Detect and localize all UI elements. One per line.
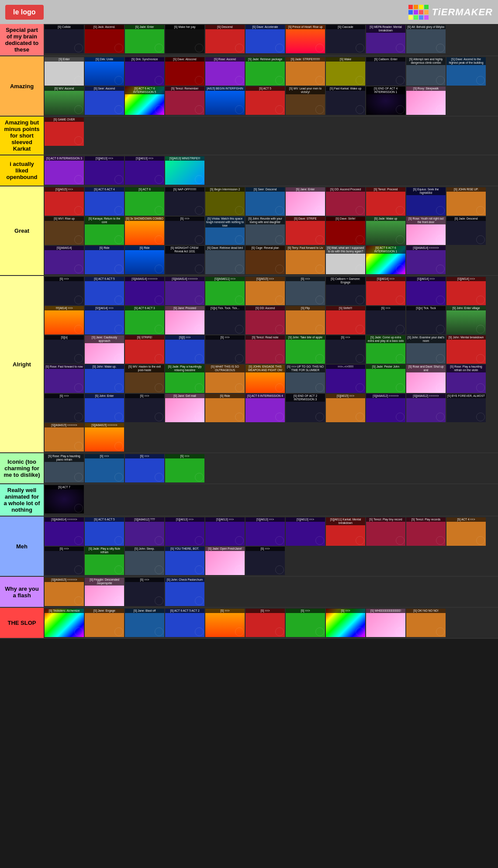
flash-item[interactable]: [S] John: Examine your dad's room xyxy=(406,335,446,364)
flash-item[interactable]: [S] Wake xyxy=(326,57,365,86)
flash-item[interactable]: [S] Enter xyxy=(45,57,84,86)
flash-item[interactable]: [S][A613] ==> xyxy=(205,517,245,546)
flash-item[interactable]: [S][A6A612] =====> xyxy=(406,394,446,422)
flash-item[interactable]: [S] Dave: Accelerate xyxy=(246,25,285,53)
flash-item[interactable]: [S] Jade: Pester John xyxy=(366,365,405,393)
flash-item[interactable]: [S] ==> xyxy=(246,609,285,637)
flash-item[interactable]: [S] Cascade xyxy=(326,25,365,53)
flash-item[interactable]: [S][A613] MINISTRIFE!!! xyxy=(165,156,204,185)
flash-item[interactable]: [S] Alt: Behold glory of Billybo xyxy=(406,25,446,53)
flash-item[interactable]: [S] ==> xyxy=(125,394,164,422)
flash-item[interactable]: [S] ==> xyxy=(165,454,204,482)
flash-item[interactable]: [S] John: Sleep. xyxy=(125,547,164,575)
flash-item[interactable]: [S] Jade: Descend xyxy=(446,217,486,245)
flash-item[interactable]: [S] 3x SHOWDOWN COMBO xyxy=(125,217,164,245)
flash-item[interactable]: [S] Jade: STRIFE!!!!!!!!! xyxy=(286,57,325,86)
flash-item[interactable]: [S] Rose: Ascend xyxy=(205,57,245,86)
flash-item[interactable]: [S] END OF ACT 4 INTERMISSION 1 xyxy=(366,86,405,115)
flash-item[interactable]: [S!][A614] ==> xyxy=(85,306,124,334)
flash-item[interactable]: [S][A6A614] =====> xyxy=(165,277,204,305)
flash-item[interactable]: [S] Dave: STRIFE xyxy=(286,217,325,245)
flash-item[interactable]: [S] Dave: Strife! xyxy=(326,217,365,245)
flash-item[interactable]: [A615] BEGIN INTERFISHIN xyxy=(205,86,245,115)
flash-item[interactable]: [S] Frigglin: Descended Jaspersprite xyxy=(85,578,124,606)
flash-item[interactable]: [S] WHEEEEEEEEEEE! xyxy=(366,609,405,637)
flash-item[interactable]: [S] ==> xyxy=(246,547,285,575)
flash-item[interactable]: [S][A613] ==> xyxy=(125,156,164,185)
flash-item[interactable]: [S] ACT 6 ACT 3 xyxy=(125,306,164,334)
flash-item[interactable]: [S] Begin Intermission 2 xyxy=(205,187,245,216)
flash-item[interactable]: [S] ==> xyxy=(366,306,405,334)
flash-item[interactable]: [S] ==> xyxy=(125,578,164,606)
flash-item[interactable]: [S][o] Tick. Tock. Tick... xyxy=(205,306,245,334)
flash-item[interactable]: [S] Rose: Fast forward to now xyxy=(45,365,84,393)
flash-item[interactable]: [S] WV!: Rise up xyxy=(45,217,84,245)
flash-item[interactable]: [S][A615] ==> xyxy=(326,394,365,422)
flash-item[interactable]: [S][A6A614] xyxy=(45,246,84,274)
flash-item[interactable]: [S] WV: Ascend xyxy=(45,86,84,115)
flash-item[interactable]: [S] ==> xyxy=(286,277,325,305)
flash-item[interactable]: [S] DD: Ascend xyxy=(246,306,285,334)
flash-item[interactable]: [S] Seer: Ascend xyxy=(85,86,124,115)
flash-item[interactable]: [S] Caliborn + Gamzee: Engage xyxy=(326,277,365,305)
flash-item[interactable]: [S] Make her pay xyxy=(165,25,204,53)
flash-item[interactable]: [S] Kanaya: Return to the core xyxy=(85,217,124,245)
flash-item[interactable]: [S][A613] ==> xyxy=(85,156,124,185)
flash-item[interactable]: [S] JOHN RISE UP. xyxy=(446,187,486,216)
flash-item[interactable]: [S] WV: Lead your men to victory! xyxy=(286,86,325,115)
flash-item[interactable]: [S] ==> xyxy=(205,335,245,364)
flash-item[interactable]: [S] Equius: Seek the highbl00d xyxy=(406,187,446,216)
flash-item[interactable]: [S] Terezi: Proceed xyxy=(366,187,405,216)
flash-item[interactable]: [S] ==> xyxy=(205,609,245,637)
flash-item[interactable]: [S][A611] Karkat: Mental breakdown xyxy=(326,517,365,546)
flash-item[interactable]: [S] YOU THERE, BOT. xyxy=(165,547,204,575)
flash-item[interactable]: [S] Vriska: Watch this space tough nonex… xyxy=(205,217,245,245)
flash-item[interactable]: [S] ACT 6 ACT 6 INTERMISSION 5 xyxy=(125,86,164,115)
flash-item[interactable]: [S][A615] ==> xyxy=(45,187,84,216)
flash-item[interactable]: [S] Collide xyxy=(45,25,84,53)
flash-item[interactable]: [S] ACT 6 INTERMISSION 4 xyxy=(246,394,285,422)
flash-item[interactable]: [S][A6A612] ??? xyxy=(125,517,164,546)
flash-item[interactable]: [S] ==> UP TO GO: THIS NO TIME FOR SLUMB… xyxy=(286,365,325,393)
flash-item[interactable]: [S] Fast Karkat: Wake up xyxy=(326,86,365,115)
flash-item[interactable]: [S] ACT 6 xyxy=(125,187,164,216)
flash-item[interactable]: [S] ACT 6 ACT 4 xyxy=(85,187,124,216)
flash-item[interactable]: [S] Jade: Come up extra extra and play a… xyxy=(366,335,405,364)
flash-item[interactable]: [S] MEPA Reader: Mental breakdown xyxy=(366,25,405,53)
flash-item[interactable]: [S] ==> xyxy=(326,609,365,637)
flash-item[interactable]: [S] John: Enter village xyxy=(446,306,486,334)
flash-item[interactable]: [S][A6A615] =====> xyxy=(85,423,124,451)
flash-item[interactable]: [S] Cage: Reveal plan xyxy=(246,246,285,274)
flash-item[interactable]: [S] ACT 6 INTERMISSION 3 xyxy=(45,156,84,185)
flash-item[interactable]: [S] ==> xyxy=(45,277,84,305)
flash-item[interactable]: [S] ACT 6 ACT 5 xyxy=(85,517,124,546)
flash-item[interactable]: [S][A613] ==> xyxy=(165,517,204,546)
flash-item[interactable]: [S] John: Enter xyxy=(85,394,124,422)
flash-item[interactable]: [S] ==> xyxy=(326,335,365,364)
flash-item[interactable]: [S] Jade: Retrieve package xyxy=(246,57,285,86)
flash-item[interactable]: [S] Rose: Play a haunting piano refrain xyxy=(45,454,84,482)
flash-item[interactable]: [S][A6A612] =====> xyxy=(366,394,405,422)
flash-item[interactable]: [S] OK! NO NO NO! xyxy=(406,609,446,637)
flash-item[interactable]: [S][A614] ==> xyxy=(446,277,486,305)
flash-item[interactable]: [S] Terezi: Play records xyxy=(406,517,446,546)
flash-item[interactable]: [S] Jane: Proceed xyxy=(165,306,204,334)
flash-item[interactable]: [S][A6A614] =====> xyxy=(125,277,164,305)
flash-item[interactable]: [S] Jade: Play a silly flute refrain xyxy=(85,547,124,575)
flash-item[interactable]: [S] ACT 6 ACT 5 xyxy=(85,277,124,305)
flash-item[interactable]: [S] Jane: Blast off xyxy=(125,609,164,637)
flash-item[interactable]: [S] Rose and Dave: Shut up and xyxy=(406,365,446,393)
flash-item[interactable]: [S] ==> xyxy=(45,547,84,575)
flash-item[interactable]: [S][A614] ==> xyxy=(406,277,446,305)
flash-item[interactable]: [S] Terezi: Remember xyxy=(165,86,204,115)
flash-item[interactable]: [S] Jane: Get mail xyxy=(165,394,204,422)
flash-item[interactable]: [S] John: Mental breakdown xyxy=(446,335,486,364)
flash-item[interactable]: [S] Caliborn: Enter xyxy=(366,57,405,86)
flash-item[interactable]: [S][A6A614] =====> xyxy=(45,517,84,546)
flash-item[interactable]: [S] ==> xyxy=(286,609,325,637)
flash-item[interactable]: [S][A615] ==> xyxy=(246,277,285,305)
flash-item[interactable]: [S] Dave: Abscond xyxy=(165,57,204,86)
flash-item[interactable]: [S] Ride xyxy=(85,246,124,274)
flash-item[interactable]: [S][A6A614] =====> xyxy=(406,246,446,274)
flash-item[interactable]: [S] ACT 6 ACT 5 ACT 2 xyxy=(165,609,204,637)
